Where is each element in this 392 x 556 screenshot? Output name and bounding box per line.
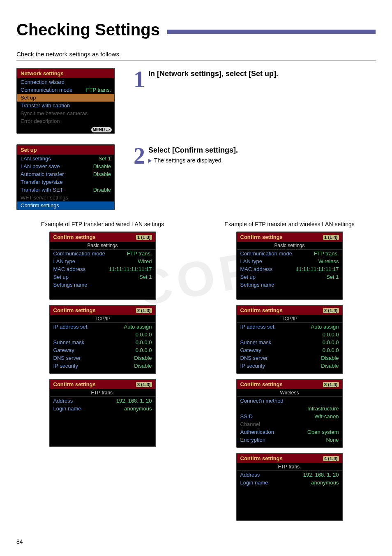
setting-row: Set upSet 1: [237, 273, 342, 281]
setting-row: Settings name: [50, 281, 155, 289]
step-number-2: 2: [129, 144, 148, 210]
setting-row: Subnet mask0.0.0.0: [50, 338, 155, 346]
row-value: Open system: [307, 429, 339, 435]
page-indicator: 1 (1-4): [323, 235, 339, 240]
page-indicator: 1 (1-3): [136, 235, 152, 240]
row-label: LAN type: [53, 258, 75, 264]
row-label: LAN power save: [21, 163, 60, 169]
menu-row: Connection wizard: [17, 78, 114, 86]
row-label: IP address set.: [53, 324, 89, 330]
setting-row: Settings name: [237, 281, 342, 289]
setting-row: Infrastructure: [237, 405, 342, 412]
row-value: 0.0.0.0: [323, 347, 339, 353]
panel-header: Confirm settings3 (1-4): [237, 380, 342, 389]
step-2-heading: Select [Confirm settings].: [148, 146, 376, 155]
confirm-settings-panel: Confirm settings3 (1-4)WirelessConnect'n…: [236, 379, 343, 448]
setting-row: Subnet mask0.0.0.0: [237, 338, 342, 346]
setting-row: DNS serverDisable: [237, 354, 342, 362]
row-value: 11:11:11:11:11:17: [296, 266, 339, 272]
row-value: Disable: [93, 171, 111, 177]
row-value: FTP trans.: [86, 87, 111, 93]
row-label: Transfer type/size: [21, 179, 63, 185]
row-value: 192. 168. 1. 20: [116, 398, 152, 404]
setting-row: IP address set.Auto assign: [237, 323, 342, 331]
row-label: Login name: [53, 405, 81, 412]
page-title: Checking Settings: [16, 21, 160, 39]
confirm-settings-panel: Confirm settings4 (1-4)FTP trans.Address…: [236, 453, 343, 521]
panel-header: Confirm settings2 (1-3): [50, 306, 155, 315]
step-1-heading: In [Network settings], select [Set up].: [148, 70, 376, 78]
confirm-settings-panel: Confirm settings3 (1-3)FTP trans.Address…: [49, 379, 156, 447]
row-label: IP security: [53, 363, 78, 369]
panel-subheader: FTP trans.: [50, 389, 155, 397]
setting-row: Gateway0.0.0.0: [237, 346, 342, 354]
row-label: Address: [53, 398, 73, 404]
row-value: Disable: [93, 187, 111, 193]
menu-row: Set up: [17, 94, 114, 102]
setting-row: LAN typeWired: [50, 257, 155, 265]
title-rule: [167, 30, 376, 34]
panel-subheader: TCP/IP: [237, 315, 342, 323]
panel-header: Set up: [17, 145, 114, 155]
page-indicator: 3 (1-4): [323, 382, 339, 387]
panel-header-text: Set up: [21, 147, 37, 153]
step-2: Set up LAN settingsSet 1LAN power saveDi…: [16, 144, 376, 210]
row-value: Wireless: [318, 258, 339, 264]
setting-row: SSIDWft-canon: [237, 412, 342, 420]
panel-header: Confirm settings4 (1-4): [237, 454, 342, 463]
menu-icon: MENU ⮐: [91, 127, 112, 132]
row-label: Set up: [21, 95, 36, 101]
setting-row: Address192. 168. 1. 20: [237, 471, 342, 479]
row-value: 0.0.0.0: [136, 339, 152, 345]
row-label: IP address set.: [240, 324, 276, 330]
panel-subheader: Basic settings: [50, 242, 155, 250]
row-label: Communication mode: [53, 250, 105, 257]
page-indicator: 2 (1-3): [136, 308, 152, 313]
setting-row: Connect'n method: [237, 397, 342, 405]
row-label: Set up: [53, 274, 69, 280]
setting-row: Address192. 168. 1. 20: [50, 397, 155, 405]
menu-row: Communication modeFTP trans.: [17, 86, 114, 94]
row-value: Set 1: [326, 274, 339, 280]
row-label: LAN type: [240, 258, 262, 264]
row-label: Address: [240, 472, 260, 478]
row-value: Auto assign: [124, 324, 152, 330]
row-value: anonymous: [124, 405, 152, 412]
row-label: Login name: [240, 480, 268, 486]
row-label: Confirm settings: [21, 202, 59, 208]
panel-header-text: Confirm settings: [53, 234, 96, 240]
row-value: Disable: [321, 355, 339, 361]
panel-subheader: Basic settings: [237, 242, 342, 250]
row-label: Connection wizard: [21, 79, 65, 85]
setting-row: EncryptionNone: [237, 436, 342, 444]
intro-text: Check the network settings as follows.: [16, 51, 376, 58]
step-2-detail-text: The settings are displayed.: [154, 157, 223, 164]
menu-row: Transfer with caption: [17, 102, 114, 109]
confirm-settings-panel: Confirm settings2 (1-4)TCP/IPIP address …: [236, 305, 343, 374]
arrow-right-icon: [148, 159, 152, 163]
row-label: Gateway: [240, 347, 261, 353]
row-value: FTP trans.: [127, 250, 152, 257]
setting-row: Login nameanonymous: [50, 405, 155, 412]
row-label: LAN settings: [21, 155, 51, 162]
setting-row: Communication modeFTP trans.: [237, 250, 342, 257]
row-value: None: [326, 437, 339, 443]
setting-row: MAC address11:11:11:11:11:17: [237, 265, 342, 273]
row-value: anonymous: [311, 480, 339, 486]
menu-row: LAN power saveDisable: [17, 162, 114, 170]
confirm-settings-panel: Confirm settings1 (1-3)Basic settingsCom…: [49, 232, 156, 300]
setup-panel: Set up LAN settingsSet 1LAN power saveDi…: [16, 144, 115, 210]
setting-row: Channel: [237, 420, 342, 428]
step-number-1: 1: [129, 68, 148, 134]
menu-row: Transfer with SETDisable: [17, 186, 114, 194]
menu-footer: MENU ⮐: [17, 125, 114, 133]
row-value: Disable: [93, 163, 111, 169]
row-value: Wft-canon: [314, 413, 339, 419]
row-value: 0.0.0.0: [136, 347, 152, 353]
row-value: Disable: [321, 363, 339, 369]
panel-header-text: Confirm settings: [240, 381, 283, 387]
row-value: Auto assign: [311, 324, 339, 330]
panel-header: Confirm settings3 (1-3): [50, 380, 155, 389]
panel-header-text: Confirm settings: [240, 234, 283, 240]
menu-row: LAN settingsSet 1: [17, 155, 114, 162]
